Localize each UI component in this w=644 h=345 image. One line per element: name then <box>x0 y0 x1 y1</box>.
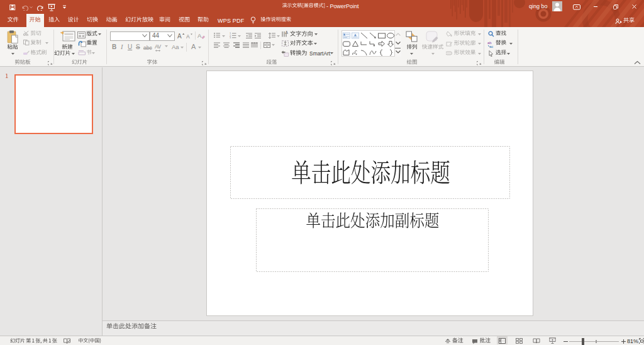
svg-text:A: A <box>197 32 202 39</box>
svg-text:ac: ac <box>489 45 493 48</box>
svg-text:3: 3 <box>230 36 231 38</box>
svg-text:A: A <box>285 31 288 35</box>
svg-text:A: A <box>186 33 190 40</box>
svg-text:A: A <box>177 33 182 40</box>
